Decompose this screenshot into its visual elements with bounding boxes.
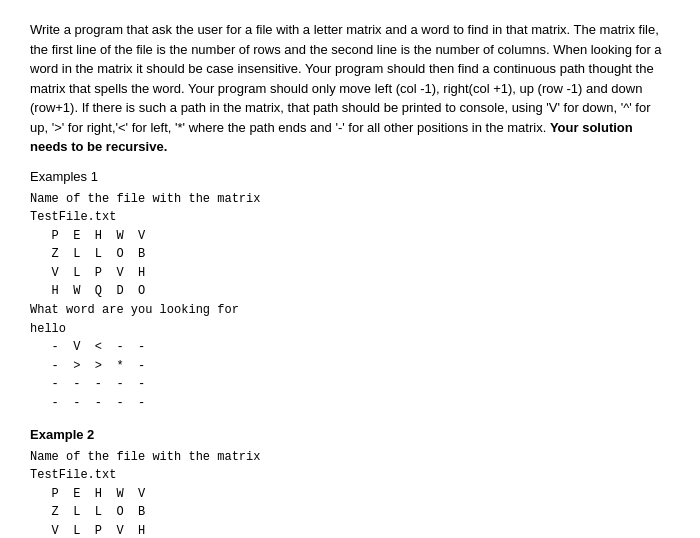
content-area: Write a program that ask the user for a … xyxy=(30,20,670,538)
example2-title: Example 2 xyxy=(30,427,670,442)
example2-code: Name of the file with the matrix TestFil… xyxy=(30,448,670,538)
examples-section-2: Example 2 Name of the file with the matr… xyxy=(30,427,670,538)
examples-header: Examples 1 xyxy=(30,169,670,184)
example1-code: Name of the file with the matrix TestFil… xyxy=(30,190,670,413)
bold-requirement: Your solution needs to be recursive. xyxy=(30,120,633,155)
description-paragraph: Write a program that ask the user for a … xyxy=(30,20,670,157)
examples-section-1: Examples 1 Name of the file with the mat… xyxy=(30,169,670,413)
